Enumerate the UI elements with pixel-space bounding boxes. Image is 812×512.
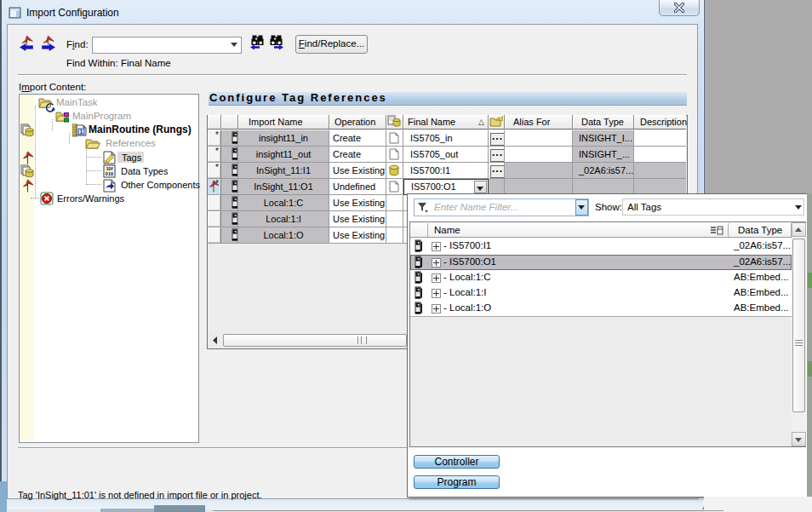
svg-text:1: 1	[80, 129, 83, 135]
svg-text:010: 010	[106, 171, 113, 176]
